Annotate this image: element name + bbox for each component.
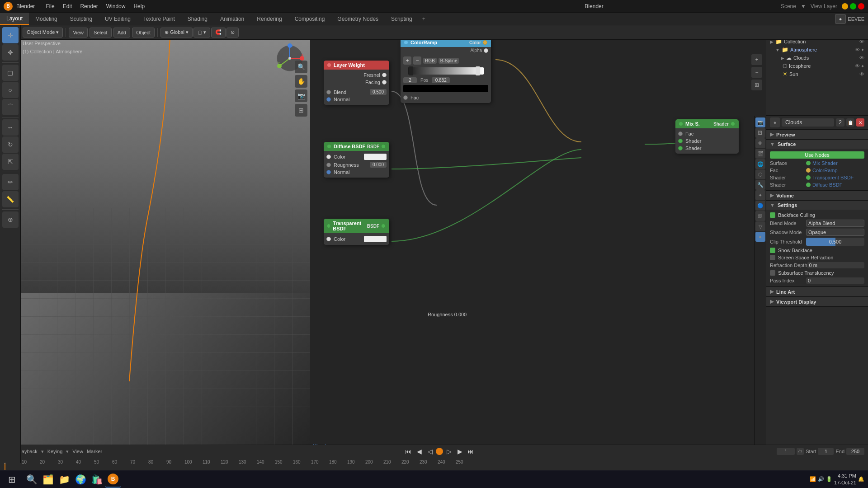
next-frame-btn[interactable]: ▶: [455, 446, 465, 456]
volume-section-header[interactable]: ▶ Volume: [766, 191, 868, 200]
node-zoom-fit[interactable]: ⊞: [751, 80, 762, 90]
diffuse-roughness-value[interactable]: 0.000: [370, 162, 387, 168]
tab-sculpting[interactable]: Sculpting: [64, 13, 99, 25]
backface-culling-checkbox[interactable]: [770, 212, 775, 218]
jump-to-start-btn[interactable]: ⏮: [403, 446, 413, 456]
mix-shader-socket-out[interactable]: [731, 122, 735, 126]
camera-icon[interactable]: 📷: [295, 89, 307, 102]
blender-taskbar-app[interactable]: B: [105, 471, 121, 488]
node-layer-weight[interactable]: Layer Weight Fresnel Facing Blend 0.500: [324, 61, 389, 105]
preview-section-header[interactable]: ▶ Preview: [766, 130, 868, 139]
select-circle-tool[interactable]: ○: [2, 82, 19, 98]
ramp-stop-right[interactable]: [476, 66, 480, 75]
line-art-section-header[interactable]: ▶ Line Art: [766, 287, 868, 296]
node-zoom-out[interactable]: −: [751, 67, 762, 78]
color-socket-out[interactable]: [483, 40, 487, 45]
tab-geometry-nodes[interactable]: Geometry Nodes: [331, 13, 385, 25]
menu-help[interactable]: Help: [130, 2, 148, 10]
tab-layout[interactable]: Layout: [0, 13, 29, 25]
node-transparent-bsdf[interactable]: Transparent BSDF BSDF Color: [324, 219, 389, 245]
subsurface-trans-checkbox[interactable]: [770, 270, 775, 276]
shader1-value[interactable]: Transparent BSDF: [812, 175, 854, 180]
transform-global[interactable]: ⊕ Global ▾: [160, 28, 193, 38]
start-frame[interactable]: 1: [818, 448, 834, 455]
mix-shader2-socket[interactable]: [678, 146, 683, 150]
collection-item-icosphere[interactable]: ⬡ Icosphere 👁 ✦: [768, 62, 866, 70]
material-dot[interactable]: ●: [770, 117, 780, 127]
mode-selector[interactable]: Object Mode ▾: [23, 28, 63, 38]
tab-modeling[interactable]: Modeling: [29, 13, 64, 25]
tl-view-label[interactable]: View: [72, 449, 83, 454]
notification-icon[interactable]: 🔔: [858, 476, 864, 482]
surface-section-header[interactable]: ▼ Surface: [766, 140, 868, 149]
mix-fac-socket[interactable]: [678, 131, 683, 136]
transform-mode[interactable]: ▢ ▾: [193, 28, 210, 38]
msedge-taskbar[interactable]: 🌍: [72, 471, 89, 488]
playback-arrow[interactable]: ▾: [41, 449, 44, 455]
ramp-interpolation[interactable]: B-Spline: [439, 58, 459, 64]
clock-icon[interactable]: ⏱: [797, 448, 804, 455]
collection-item-clouds[interactable]: ▶ ☁ Clouds 👁: [768, 54, 866, 62]
material-browse-icon[interactable]: 📋: [846, 118, 854, 127]
tab-shading[interactable]: Shading: [181, 13, 214, 25]
add-object-tool[interactable]: ⊕: [2, 211, 19, 228]
ramp-add-stop[interactable]: +: [403, 56, 411, 65]
minimize-button[interactable]: [842, 3, 848, 9]
diffuse-normal-socket[interactable]: [326, 170, 331, 174]
scale-tool[interactable]: ⇱: [2, 154, 19, 170]
store-taskbar[interactable]: 🛍️: [89, 471, 105, 488]
end-frame[interactable]: 250: [846, 448, 864, 455]
proportional-edit[interactable]: ⊙: [226, 28, 239, 38]
transparent-color-socket[interactable]: [326, 237, 331, 241]
zoom-icon[interactable]: 🔍: [295, 61, 307, 73]
grid-icon[interactable]: ⊞: [295, 104, 307, 117]
blend-socket-in[interactable]: [326, 90, 331, 94]
normal-socket-in[interactable]: [326, 97, 331, 102]
snap[interactable]: 🧲: [211, 28, 226, 38]
cursor-tool[interactable]: ✛: [2, 27, 19, 43]
keying-arrow[interactable]: ▾: [66, 449, 69, 455]
fac-value[interactable]: ColorRamp: [812, 168, 838, 173]
viewport-content[interactable]: User Perspective (1) Collection | Atmosp…: [21, 38, 310, 463]
prop-icon-scene[interactable]: 🎬: [755, 149, 765, 159]
ramp-remove-stop[interactable]: −: [413, 56, 421, 65]
move-tool[interactable]: ✥: [2, 44, 19, 61]
taskview-taskbar[interactable]: 🗂️: [40, 471, 56, 488]
add-menu[interactable]: Add: [113, 28, 131, 38]
alpha-socket-out[interactable]: [484, 48, 488, 53]
mix-shader1-socket[interactable]: [678, 139, 683, 143]
screen-refraction-checkbox[interactable]: [770, 255, 775, 260]
prop-icon-output[interactable]: 🖼: [755, 128, 765, 138]
view-menu[interactable]: View: [69, 28, 88, 38]
taskbar-clock[interactable]: 4:31 PM 17-Oct-21: [834, 473, 856, 486]
shadow-mode-select[interactable]: Opaque: [806, 229, 864, 236]
fresnel-socket[interactable]: [382, 73, 387, 77]
viewport-display-section-header[interactable]: ▶ Viewport Display: [766, 297, 868, 306]
menu-edit[interactable]: Edit: [59, 2, 76, 10]
transform-tool[interactable]: ↔: [2, 119, 19, 136]
explorer-taskbar[interactable]: 📁: [56, 471, 72, 488]
prop-icon-object[interactable]: ⬡: [755, 169, 765, 179]
clip-threshold-bar[interactable]: 0.500: [806, 238, 864, 246]
node-editor-canvas[interactable]: Layer Weight Fresnel Facing Blend 0.500: [310, 38, 766, 463]
prop-icon-modifiers[interactable]: 🔧: [755, 180, 765, 190]
use-nodes-property-btn[interactable]: Use Nodes: [770, 151, 864, 159]
search-taskbar[interactable]: 🔍: [24, 471, 40, 488]
measure-tool[interactable]: 📏: [2, 191, 19, 207]
shader2-value[interactable]: Diffuse BSDF: [812, 182, 842, 188]
engine-selector[interactable]: ●: [835, 14, 846, 24]
select-lasso-tool[interactable]: ⌒: [2, 99, 19, 115]
ramp-index[interactable]: 2: [403, 77, 417, 83]
tab-uv-editing[interactable]: UV Editing: [99, 13, 137, 25]
select-menu[interactable]: Select: [90, 28, 112, 38]
tab-scripting[interactable]: Scripting: [385, 13, 419, 25]
ramp-bar-container[interactable]: [404, 67, 487, 75]
tab-texture-paint[interactable]: Texture Paint: [137, 13, 181, 25]
diffuse-roughness-socket[interactable]: [326, 163, 331, 167]
network-icon[interactable]: 📶: [810, 476, 816, 482]
node-mix-shader[interactable]: Mix S. Shader Fac Shader Shader: [675, 119, 739, 154]
add-tab-button[interactable]: +: [419, 14, 429, 24]
prop-icon-view[interactable]: 👁: [755, 138, 765, 148]
material-name-field[interactable]: Clouds: [782, 118, 834, 127]
facing-socket[interactable]: [382, 80, 387, 84]
